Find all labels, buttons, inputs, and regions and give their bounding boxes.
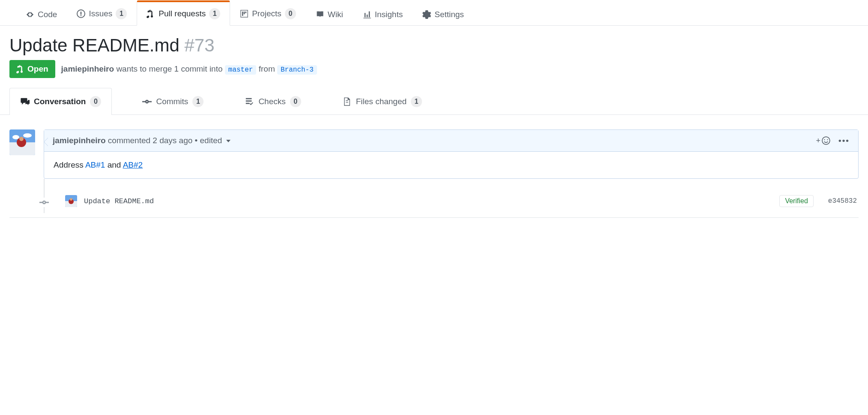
tab-pullrequests[interactable]: Pull requests 1	[137, 0, 230, 26]
tab-projects-label: Projects	[252, 9, 281, 18]
pr-header: Update README.md #73 Open jamiepinheiro …	[0, 26, 868, 78]
base-branch[interactable]: master	[225, 65, 257, 75]
link-ab1[interactable]: AB#1	[85, 160, 105, 169]
state-badge: Open	[9, 60, 55, 78]
svg-point-7	[824, 139, 825, 140]
subtab-checks-label: Checks	[258, 97, 285, 106]
gear-icon	[422, 10, 431, 19]
tab-wiki-label: Wiki	[328, 10, 343, 19]
subtab-commits-label: Commits	[156, 97, 188, 106]
subtab-files-count: 1	[411, 96, 422, 107]
comment-text-1: Address	[54, 160, 85, 169]
tab-issues-label: Issues	[89, 9, 112, 18]
state-label: Open	[27, 64, 48, 74]
subtab-checks-count: 0	[290, 96, 301, 107]
head-branch[interactable]: Branch-3	[277, 65, 317, 75]
pr-sub-tabs: Conversation 0 Commits 1 Checks 0 Files …	[0, 87, 868, 115]
pr-title: Update README.md #73	[9, 35, 859, 56]
tab-code[interactable]: Code	[16, 2, 67, 26]
subtab-files-label: Files changed	[356, 97, 407, 106]
svg-point-8	[827, 139, 828, 140]
commit-row: Update README.md Verified e345832	[45, 185, 859, 207]
link-ab2[interactable]: AB#2	[123, 160, 143, 169]
tab-code-label: Code	[38, 10, 57, 19]
commit-timeline: Update README.md Verified e345832	[44, 179, 859, 213]
subtab-files[interactable]: Files changed 1	[332, 88, 433, 115]
tab-issues[interactable]: Issues 1	[67, 0, 137, 26]
subtab-commits[interactable]: Commits 1	[132, 88, 214, 115]
merge-text: wants to merge 1 commit into	[116, 64, 222, 73]
tab-settings-label: Settings	[434, 10, 464, 19]
kebab-menu-icon[interactable]: •••	[838, 136, 850, 145]
subtab-commits-count: 1	[192, 96, 204, 107]
divider	[9, 217, 859, 218]
tab-projects-count: 0	[285, 8, 296, 19]
book-icon	[316, 10, 324, 19]
tab-pullrequests-count: 1	[209, 8, 220, 19]
subtab-conversation[interactable]: Conversation 0	[9, 88, 112, 115]
commit-sha[interactable]: e345832	[828, 197, 857, 205]
comment-body: Address AB#1 and AB#2	[44, 152, 858, 178]
commit-message[interactable]: Update README.md	[84, 197, 779, 205]
svg-point-5	[23, 133, 32, 138]
svg-point-6	[822, 137, 830, 144]
tab-settings[interactable]: Settings	[413, 2, 474, 26]
avatar[interactable]	[9, 129, 35, 155]
code-icon	[26, 10, 34, 19]
tab-insights[interactable]: Insights	[353, 2, 413, 26]
svg-point-3	[19, 137, 24, 141]
caret-down-icon[interactable]	[226, 140, 230, 142]
commit-avatar[interactable]	[65, 195, 77, 207]
comment-header: jamiepinheiro commented 2 days ago • edi…	[44, 130, 858, 152]
issue-icon	[77, 9, 85, 18]
timeline: jamiepinheiro commented 2 days ago • edi…	[0, 115, 868, 179]
subtab-checks[interactable]: Checks 0	[234, 88, 311, 115]
tab-insights-label: Insights	[375, 10, 403, 19]
project-icon	[240, 9, 248, 18]
smiley-icon	[821, 136, 831, 145]
comment-author[interactable]: jamiepinheiro	[53, 136, 106, 145]
comment-text-2: and	[105, 160, 123, 169]
tab-projects[interactable]: Projects 0	[230, 0, 306, 26]
from-label: from	[259, 64, 275, 73]
comment-discussion-icon	[20, 97, 30, 106]
svg-point-4	[12, 135, 19, 139]
pr-title-text: Update README.md	[9, 35, 180, 55]
pr-author[interactable]: jamiepinheiro	[61, 64, 114, 73]
git-commit-icon	[142, 97, 152, 106]
tab-issues-count: 1	[116, 8, 127, 19]
graph-icon	[363, 10, 371, 19]
verified-badge[interactable]: Verified	[779, 195, 813, 207]
file-diff-icon	[342, 97, 352, 106]
add-reaction-button[interactable]: +	[816, 136, 831, 145]
tab-wiki[interactable]: Wiki	[306, 2, 353, 26]
svg-point-12	[70, 198, 72, 201]
git-pull-request-icon	[16, 65, 25, 73]
pr-meta: Open jamiepinheiro wants to merge 1 comm…	[9, 60, 859, 78]
git-pull-request-icon	[147, 9, 155, 18]
git-commit-icon	[39, 198, 49, 207]
subtab-conversation-count: 0	[90, 96, 101, 107]
tab-pullrequests-label: Pull requests	[159, 9, 206, 18]
comment-meta: commented 2 days ago • edited	[108, 136, 222, 145]
checklist-icon	[245, 97, 254, 106]
pr-number: #73	[184, 35, 214, 55]
subtab-conversation-label: Conversation	[34, 97, 86, 106]
repo-tabs: Code Issues 1 Pull requests 1 Projects 0…	[0, 0, 868, 26]
comment-box: jamiepinheiro commented 2 days ago • edi…	[44, 129, 859, 179]
